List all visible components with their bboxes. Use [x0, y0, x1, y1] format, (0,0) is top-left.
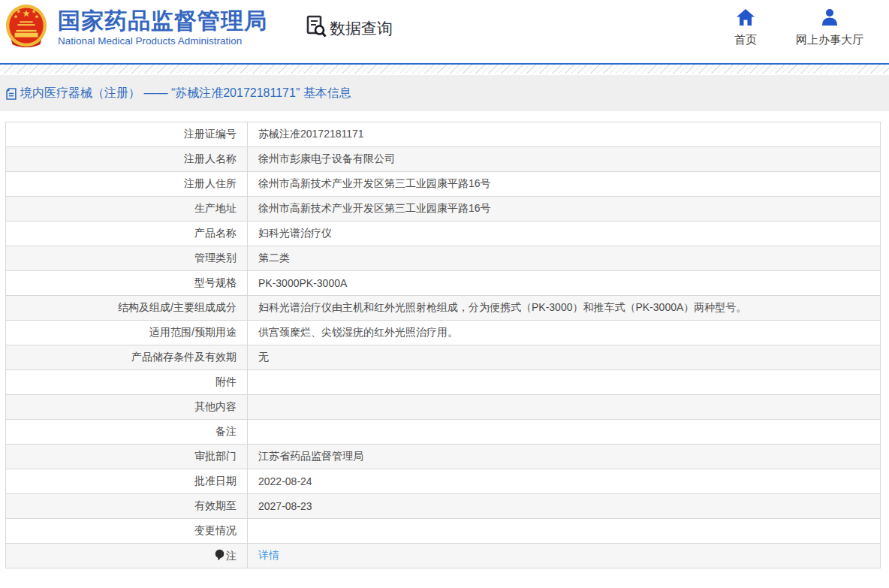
table-row: 附件 [6, 370, 881, 395]
header-nav: 首页 网上办事大厅 [734, 8, 863, 47]
bulb-icon [215, 549, 225, 563]
data-query-section-title: 数据查询 [306, 15, 393, 41]
field-label: 审批部门 [6, 445, 248, 469]
nav-online-hall[interactable]: 网上办事大厅 [796, 8, 863, 47]
site-title: 国家药品监督管理局 [58, 8, 267, 33]
field-label: 产品储存条件及有效期 [6, 345, 248, 370]
document-icon [6, 88, 17, 100]
table-row: 适用范围/预期用途 供宫颈糜烂、尖锐湿疣的红外光照治疗用。 [6, 321, 881, 345]
national-emblem-logo [5, 4, 48, 50]
field-label: 注册证编号 [6, 122, 248, 147]
table-row: 生产地址 徐州市高新技术产业开发区第三工业园康平路16号 [6, 197, 881, 222]
field-label: 结构及组成/主要组成成分 [6, 296, 248, 321]
breadcrumb: 境内医疗器械（注册） —— “苏械注准20172181171” 基本信息 [0, 75, 889, 111]
field-label: 适用范围/预期用途 [6, 321, 248, 345]
field-value: 徐州市高新技术产业开发区第三工业园康平路16号 [248, 197, 881, 222]
field-label: 附件 [6, 370, 248, 395]
field-label: 管理类别 [6, 246, 248, 271]
field-label: 注册人住所 [6, 172, 248, 197]
field-value [248, 395, 881, 420]
field-label: 生产地址 [6, 197, 248, 222]
nav-home[interactable]: 首页 [734, 8, 757, 47]
table-row: 注 详情 [6, 544, 881, 568]
field-value: 苏械注准20172181171 [248, 122, 881, 147]
user-icon [820, 8, 839, 29]
table-row: 批准日期 2022-08-24 [6, 469, 881, 494]
table-row: 备注 [6, 420, 881, 445]
field-label: 型号规格 [6, 271, 248, 296]
nav-home-label: 首页 [734, 33, 757, 47]
field-value-note: 详情 [248, 544, 881, 568]
field-label: 有效期至 [6, 494, 248, 519]
table-row: 注册证编号 苏械注准20172181171 [6, 122, 881, 147]
document-search-icon [306, 15, 327, 41]
field-label: 批准日期 [6, 469, 248, 494]
field-value: 2027-08-23 [248, 494, 881, 519]
field-value [248, 420, 881, 445]
field-value: 江苏省药品监督管理局 [248, 445, 881, 469]
site-subtitle: National Medical Products Administration [58, 35, 267, 47]
site-header: 国家药品监督管理局 National Medical Products Admi… [0, 0, 889, 65]
field-label: 备注 [6, 420, 248, 445]
field-value: 妇科光谱治疗仪 [248, 222, 881, 246]
table-row: 审批部门 江苏省药品监督管理局 [6, 445, 881, 469]
table-row: 注册人名称 徐州市彭康电子设备有限公司 [6, 147, 881, 172]
field-label: 其他内容 [6, 395, 248, 420]
field-value: 徐州市高新技术产业开发区第三工业园康平路16号 [248, 172, 881, 197]
table-row: 产品储存条件及有效期 无 [6, 345, 881, 370]
field-label-note: 注 [6, 544, 248, 568]
detail-link[interactable]: 详情 [258, 549, 279, 561]
table-row: 其他内容 [6, 395, 881, 420]
home-icon [736, 8, 755, 29]
decorative-stripe-band [0, 65, 889, 74]
field-value [248, 370, 881, 395]
field-label: 产品名称 [6, 222, 248, 246]
registration-info-table: 注册证编号 苏械注准20172181171 注册人名称 徐州市彭康电子设备有限公… [5, 122, 881, 568]
field-value: 徐州市彭康电子设备有限公司 [248, 147, 881, 172]
table-row: 结构及组成/主要组成成分 妇科光谱治疗仪由主机和红外光照射枪组成，分为便携式（P… [6, 296, 881, 321]
table-row: 注册人住所 徐州市高新技术产业开发区第三工业园康平路16号 [6, 172, 881, 197]
field-value: PK-3000PK-3000A [248, 271, 881, 296]
table-row: 型号规格 PK-3000PK-3000A [6, 271, 881, 296]
table-row: 有效期至 2027-08-23 [6, 494, 881, 519]
table-row: 管理类别 第二类 [6, 246, 881, 271]
field-value: 2022-08-24 [248, 469, 881, 494]
field-value: 供宫颈糜烂、尖锐湿疣的红外光照治疗用。 [248, 321, 881, 345]
site-title-block: 国家药品监督管理局 National Medical Products Admi… [58, 8, 267, 47]
nav-online-hall-label: 网上办事大厅 [796, 33, 863, 47]
field-value: 第二类 [248, 246, 881, 271]
breadcrumb-text: 境内医疗器械（注册） —— “苏械注准20172181171” 基本信息 [20, 86, 351, 101]
field-value [248, 519, 881, 544]
table-row: 变更情况 [6, 519, 881, 544]
data-query-label: 数据查询 [330, 18, 393, 39]
field-value: 妇科光谱治疗仪由主机和红外光照射枪组成，分为便携式（PK-3000）和推车式（P… [248, 296, 881, 321]
table-row: 产品名称 妇科光谱治疗仪 [6, 222, 881, 246]
note-label: 注 [226, 550, 237, 562]
field-label: 变更情况 [6, 519, 248, 544]
field-value: 无 [248, 345, 881, 370]
field-label: 注册人名称 [6, 147, 248, 172]
